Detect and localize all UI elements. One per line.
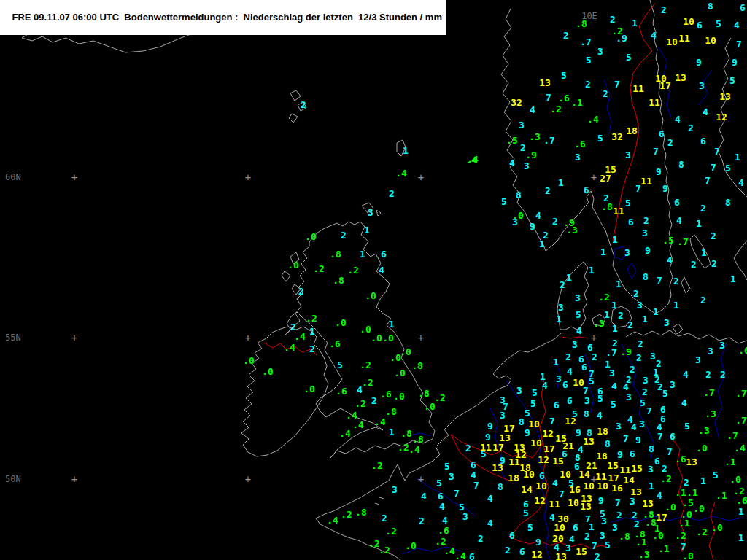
station-value: .0 xyxy=(382,333,394,343)
graticule-cross-icon: + xyxy=(245,332,251,343)
station-value: 3 xyxy=(642,228,648,238)
station-value: 3 xyxy=(601,516,607,526)
station-value: 7 xyxy=(657,276,662,285)
station-value: 5 xyxy=(626,52,632,62)
station-value: 7 xyxy=(583,386,589,395)
station-value: .4 xyxy=(395,168,407,178)
station-value: 27 xyxy=(600,174,611,183)
station-value: 6 xyxy=(659,129,665,139)
station-value: .4 xyxy=(465,155,477,165)
station-value: 2 xyxy=(616,510,622,520)
station-value: 7 xyxy=(646,406,652,416)
station-value: 5 xyxy=(436,478,442,488)
station-value: 4 xyxy=(657,491,662,500)
station-value: 15 xyxy=(607,461,619,470)
station-value: .2 xyxy=(379,545,390,555)
station-value: .8 xyxy=(412,435,424,444)
station-value: .0 xyxy=(405,541,417,551)
station-value: 4 xyxy=(535,211,541,220)
station-value: .7 xyxy=(727,431,738,440)
station-value: 1 xyxy=(700,476,706,486)
station-value: 1 xyxy=(589,265,595,275)
station-value: 5 xyxy=(444,462,450,471)
station-value: 3 xyxy=(616,421,622,431)
station-value: 2 xyxy=(341,230,347,240)
station-value: 17 xyxy=(543,444,555,454)
station-value: .1 xyxy=(675,488,686,497)
station-value: 17 xyxy=(656,513,667,522)
station-value: 1 xyxy=(701,248,707,257)
station-value: 1 xyxy=(738,507,744,516)
station-value: .6 xyxy=(336,386,347,396)
station-value: 3 xyxy=(575,293,581,303)
station-value: 13 xyxy=(642,499,654,508)
station-value: 4 xyxy=(379,265,384,275)
station-value: 3 xyxy=(558,303,564,312)
station-value: 7 xyxy=(711,163,716,172)
station-value: .0 xyxy=(394,368,406,378)
station-value: 1 xyxy=(642,314,648,324)
station-value: 8 xyxy=(708,1,713,11)
station-value: 11 xyxy=(640,176,652,186)
station-value: 2 xyxy=(684,478,689,487)
station-value: 9 xyxy=(635,435,641,445)
title-text: FRE 09.11.07 06:00 UTC Bodenwettermeldun… xyxy=(12,12,442,23)
station-value: .3 xyxy=(593,319,605,328)
station-value: 2 xyxy=(627,320,633,330)
station-value: .0 xyxy=(335,318,347,327)
station-value: .8 xyxy=(400,429,412,438)
station-value: 3 xyxy=(643,376,649,385)
station-value: 4 xyxy=(667,255,673,265)
station-value: 1 xyxy=(566,273,572,282)
station-value: 1 xyxy=(364,225,370,235)
station-value: 10 xyxy=(523,470,535,479)
station-value: .0 xyxy=(243,356,255,365)
station-value: 10 xyxy=(530,438,542,448)
station-value: 2 xyxy=(642,387,648,397)
station-value: .2 xyxy=(398,443,409,452)
graticule-cross-icon: + xyxy=(245,474,251,484)
station-value: .0 xyxy=(305,232,317,241)
station-value: 3 xyxy=(572,340,578,349)
station-value: 10 xyxy=(683,17,694,26)
station-value: 2 xyxy=(301,100,306,109)
station-value: .0 xyxy=(400,347,411,357)
station-value: .1 xyxy=(716,491,727,500)
station-value: 5 xyxy=(716,19,721,28)
station-value: 6 xyxy=(700,136,706,146)
station-value: 6 xyxy=(697,20,703,30)
station-value: 6 xyxy=(562,380,568,389)
station-value: .6 xyxy=(329,339,341,349)
station-value: .0 xyxy=(287,260,299,270)
parallel-label: 60N xyxy=(5,173,21,182)
station-value: 4 xyxy=(552,478,558,488)
station-value: 3 xyxy=(392,485,398,494)
station-value: .7 xyxy=(543,136,555,145)
station-value: 4 xyxy=(631,422,637,432)
station-value: 4 xyxy=(442,516,448,525)
station-value: 13 xyxy=(583,437,595,446)
station-value: .2 xyxy=(434,393,446,402)
station-value: 2 xyxy=(389,189,395,198)
station-value: .1 xyxy=(658,544,670,553)
station-value: 3 xyxy=(670,380,676,389)
station-value: 2 xyxy=(705,370,711,379)
station-value: 3 xyxy=(624,248,630,257)
station-value: 12 xyxy=(565,416,576,426)
station-value: .0 xyxy=(360,324,371,334)
station-value: 8 xyxy=(678,160,684,169)
station-value: 2 xyxy=(309,344,315,354)
station-value: 6 xyxy=(674,198,680,207)
station-value: .7 xyxy=(580,37,592,47)
station-value: 5 xyxy=(605,540,611,550)
station-value: .8 xyxy=(330,249,341,259)
station-value: 10 xyxy=(705,36,716,45)
station-value: 2 xyxy=(478,534,484,543)
station-value: .6 xyxy=(736,496,747,505)
station-value: 13 xyxy=(492,463,503,472)
station-value: 11 xyxy=(508,457,520,467)
station-value: .9 xyxy=(616,34,627,43)
station-value: 4 xyxy=(567,367,573,376)
station-value: 10 xyxy=(568,498,579,508)
station-value: 1 xyxy=(360,249,365,259)
